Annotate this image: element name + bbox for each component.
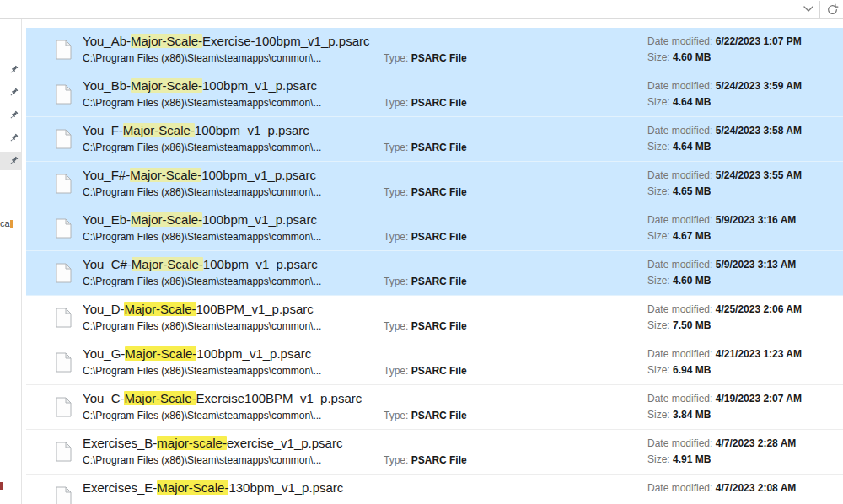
file-row[interactable]: You_Eb-Major-Scale-100bpm_v1_p.psarc C:\…: [26, 206, 843, 251]
file-size: Size: 4.64 MB: [647, 141, 711, 153]
pinned-item[interactable]: [0, 152, 21, 170]
chevron-down-icon[interactable]: [798, 0, 819, 19]
type-label: Type:: [384, 186, 408, 198]
file-name: You_C#-Major-Scale-100bpm_v1_p.psarc: [83, 257, 318, 271]
file-main: You_Bb-Major-Scale-100bpm_v1_p.psarc C:\…: [83, 72, 632, 117]
size-label: Size:: [647, 453, 670, 465]
file-type: Type: PSARC File: [384, 454, 467, 466]
file-row[interactable]: Exercises_E-Major-Scale-130bpm_v1_p.psar…: [26, 475, 843, 504]
file-icon: [56, 397, 72, 417]
pinned-item[interactable]: [0, 129, 21, 147]
search-highlight: Major-Scale-: [131, 212, 202, 227]
file-name-pre: You_C#-: [83, 257, 132, 271]
size-label: Size:: [647, 230, 670, 242]
truncated-sidebar-item[interactable]: ca: [0, 218, 13, 228]
date-value: 4/7/2023 2:08 AM: [716, 482, 797, 494]
file-name-pre: Exercises_B-: [83, 436, 157, 450]
file-list: You_Ab-Major-Scale-Exercise-100bpm_v1_p.…: [26, 28, 843, 504]
file-date: Date modified: 4/7/2023 2:28 AM: [647, 437, 796, 449]
file-date: Date modified: 4/21/2023 1:23 AM: [647, 348, 802, 360]
file-date: Date modified: 4/7/2023 2:08 AM: [647, 482, 796, 494]
search-highlight: Major-Scale-: [157, 480, 228, 495]
file-path: C:\Program Files (x86)\Steam\steamapps\c…: [83, 97, 321, 109]
date-label: Date modified:: [647, 437, 712, 449]
file-path: C:\Program Files (x86)\Steam\steamapps\c…: [83, 365, 321, 377]
search-highlight: Major-Scale-: [123, 123, 195, 137]
file-icon: [56, 218, 72, 239]
file-subline: C:\Program Files (x86)\Steam\steamapps\c…: [83, 276, 321, 287]
search-highlight: major-scale-: [157, 436, 227, 450]
file-name-pre: You_Ab-: [83, 34, 131, 48]
file-meta: Date modified: 5/9/2023 3:16 AM Size: 4.…: [647, 206, 841, 251]
file-name-post: Exercise100BPM_v1_p.psarc: [196, 391, 362, 405]
type-value: PSARC File: [411, 52, 467, 64]
pushpin-icon: [8, 132, 19, 144]
file-name: You_C-Major-Scale-Exercise100BPM_v1_p.ps…: [83, 391, 362, 405]
search-highlight: Major-Scale-: [125, 346, 196, 361]
refresh-icon[interactable]: [822, 0, 842, 19]
search-highlight: Major-Scale-: [124, 302, 196, 316]
file-name-pre: You_Eb-: [83, 212, 131, 227]
type-label: Type:: [384, 231, 408, 243]
type-label: Type:: [384, 97, 408, 109]
size-value: 4.64 MB: [673, 141, 711, 153]
type-label: Type:: [384, 142, 408, 153]
file-icon: [56, 174, 72, 194]
file-row[interactable]: You_Bb-Major-Scale-100bpm_v1_p.psarc C:\…: [26, 72, 843, 117]
pinned-item[interactable]: [0, 83, 21, 102]
file-name-post: 100bpm_v1_p.psarc: [203, 257, 318, 271]
pinned-item[interactable]: [0, 106, 21, 125]
type-value: PSARC File: [411, 186, 467, 198]
type-value: PSARC File: [411, 142, 467, 153]
search-highlight: Major-Scale-: [124, 391, 196, 405]
pushpin-icon: [8, 155, 19, 167]
type-value: PSARC File: [411, 231, 467, 243]
file-type: Type: PSARC File: [384, 276, 467, 287]
file-main: You_F-Major-Scale-100bpm_v1_p.psarc C:\P…: [83, 117, 632, 162]
file-type: Type: PSARC File: [384, 142, 467, 153]
date-label: Date modified:: [647, 259, 712, 271]
file-date: Date modified: 4/25/2023 2:06 AM: [647, 303, 802, 315]
file-name-pre: You_F#-: [83, 168, 130, 182]
file-row[interactable]: You_F-Major-Scale-100bpm_v1_p.psarc C:\P…: [26, 117, 843, 162]
file-name: You_F-Major-Scale-100bpm_v1_p.psarc: [83, 123, 309, 137]
file-row[interactable]: Exercises_B-major-scale-exercise_v1_p.ps…: [26, 430, 843, 475]
file-name: Exercises_B-major-scale-exercise_v1_p.ps…: [83, 436, 342, 450]
type-label: Type:: [384, 454, 408, 466]
size-value: 6.94 MB: [673, 364, 711, 376]
search-highlight: Major-Scale-: [131, 34, 202, 48]
pinned-item[interactable]: [0, 61, 21, 79]
file-type: Type: PSARC File: [384, 231, 467, 243]
file-meta: Date modified: 4/7/2023 2:08 AM Size:: [647, 475, 841, 504]
file-name: Exercises_E-Major-Scale-130bpm_v1_p.psar…: [83, 480, 343, 495]
file-subline: C:\Program Files (x86)\Steam\steamapps\c…: [83, 365, 321, 377]
file-row[interactable]: You_Ab-Major-Scale-Exercise-100bpm_v1_p.…: [26, 28, 843, 72]
type-label: Type:: [384, 52, 408, 64]
file-row[interactable]: You_F#-Major-Scale-100bpm_v1_p.psarc C:\…: [26, 162, 843, 206]
file-path: C:\Program Files (x86)\Steam\steamapps\c…: [83, 142, 321, 153]
file-subline: C:\Program Files (x86)\Steam\steamapps\c…: [83, 320, 321, 332]
file-meta: Date modified: 4/25/2023 2:06 AM Size: 7…: [647, 296, 841, 340]
file-size: Size: 4.60 MB: [647, 51, 711, 63]
file-row[interactable]: You_C-Major-Scale-Exercise100BPM_v1_p.ps…: [26, 385, 843, 430]
file-date: Date modified: 5/24/2023 3:58 AM: [647, 125, 802, 137]
file-row[interactable]: You_G-Major-Scale-100bpm_v1_p.psarc C:\P…: [26, 340, 843, 385]
file-name-pre: You_G-: [83, 346, 125, 361]
file-main: You_Eb-Major-Scale-100bpm_v1_p.psarc C:\…: [83, 206, 632, 251]
pushpin-icon: [8, 64, 19, 76]
file-icon: [56, 442, 72, 462]
file-date: Date modified: 4/19/2023 2:07 AM: [647, 393, 802, 405]
date-label: Date modified:: [647, 348, 712, 360]
date-value: 5/24/2023 3:55 AM: [716, 169, 802, 181]
file-meta: Date modified: 5/24/2023 3:58 AM Size: 4…: [647, 117, 841, 162]
file-row[interactable]: You_C#-Major-Scale-100bpm_v1_p.psarc C:\…: [26, 251, 843, 296]
file-name: You_D-Major-Scale-100BPM_v1_p.psarc: [83, 302, 314, 316]
date-label: Date modified:: [647, 303, 712, 315]
file-size: Size: 4.67 MB: [647, 230, 711, 242]
file-row[interactable]: You_D-Major-Scale-100BPM_v1_p.psarc C:\P…: [26, 296, 843, 340]
size-label: Size:: [647, 185, 670, 197]
file-size: Size: 4.60 MB: [647, 275, 711, 287]
type-label: Type:: [384, 410, 408, 421]
file-subline: C:\Program Files (x86)\Steam\steamapps\c…: [83, 97, 321, 109]
file-icon: [56, 308, 72, 328]
